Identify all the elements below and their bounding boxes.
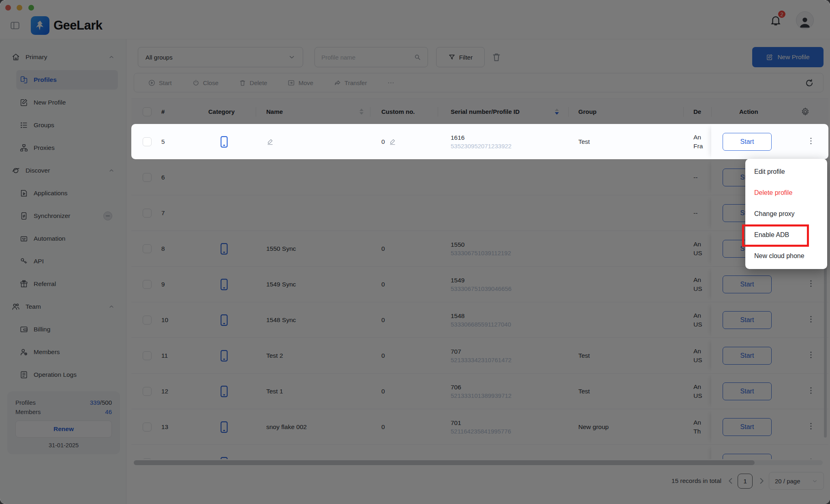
- row-more-actions-icon[interactable]: [806, 422, 815, 432]
- renew-button[interactable]: Renew: [15, 421, 112, 438]
- bulk-action-label: Move: [298, 79, 313, 86]
- start-button[interactable]: Start: [723, 382, 772, 400]
- row-more-actions-icon[interactable]: [806, 350, 815, 361]
- row-more-actions-icon[interactable]: [806, 315, 815, 325]
- row-checkbox[interactable]: [143, 137, 152, 146]
- bulk-action-move[interactable]: Move: [287, 79, 313, 87]
- column-settings-gear-icon[interactable]: [800, 107, 810, 117]
- row-checkbox[interactable]: [143, 458, 152, 459]
- column-header-group[interactable]: Group: [578, 99, 597, 124]
- next-page-icon[interactable]: [757, 476, 766, 485]
- user-avatar[interactable]: [796, 11, 814, 29]
- sidebar-item-new-profile[interactable]: New Profile: [16, 93, 118, 112]
- row-more-actions-icon[interactable]: [806, 457, 815, 459]
- column-header-name[interactable]: Name: [266, 99, 283, 124]
- start-button[interactable]: Start: [723, 133, 772, 151]
- start-button[interactable]: Start: [723, 347, 772, 365]
- profile-search-input[interactable]: Profile name: [314, 47, 428, 67]
- window-zoom-button[interactable]: [28, 5, 34, 11]
- refresh-icon[interactable]: [804, 78, 814, 88]
- category-phone-icon: [219, 278, 229, 290]
- sidebar-item-api[interactable]: API: [16, 252, 118, 271]
- start-button[interactable]: Start: [723, 454, 772, 459]
- device-info: AnUS: [693, 267, 702, 302]
- profile-name: 1549 Sync: [266, 281, 296, 288]
- serial-sort-icon[interactable]: [555, 99, 559, 124]
- select-all-checkbox[interactable]: [143, 107, 152, 116]
- menu-item-change-proxy[interactable]: Change proxy: [745, 203, 827, 224]
- sidebar-item-operation-logs[interactable]: Operation Logs: [16, 365, 118, 384]
- column-header-category[interactable]: Category: [208, 99, 235, 124]
- row-number: 9: [161, 267, 165, 302]
- row-checkbox[interactable]: [143, 387, 152, 396]
- name-sort-icon[interactable]: [359, 99, 364, 124]
- sidebar-item-members[interactable]: Members: [16, 342, 118, 362]
- bulk-action-close[interactable]: Close: [192, 79, 218, 87]
- sidebar-item-profiles[interactable]: Profiles: [16, 70, 118, 90]
- start-button[interactable]: Start: [723, 275, 772, 293]
- category-phone-icon: [219, 421, 229, 433]
- menu-item-delete-profile[interactable]: Delete profile: [745, 182, 827, 203]
- sidebar-section-team[interactable]: Team: [5, 297, 121, 316]
- column-header-num[interactable]: #: [161, 99, 165, 124]
- sidebar-section-primary[interactable]: Primary: [5, 47, 121, 67]
- prev-page-icon[interactable]: [726, 476, 735, 485]
- page-size-select[interactable]: 20 / page: [769, 472, 824, 490]
- bulk-action-more[interactable]: [387, 79, 395, 87]
- groups-icon: [19, 121, 28, 130]
- sidebar-item-label: Applications: [34, 190, 68, 197]
- row-more-actions-icon[interactable]: [806, 279, 815, 290]
- table-header: # Category Name Custom no. Serial number…: [131, 98, 828, 125]
- row-checkbox[interactable]: [143, 209, 152, 218]
- group-filter-select[interactable]: All groups: [138, 47, 303, 67]
- table-row: 101548 Sync01548533306685591127040AnUSSt…: [131, 302, 828, 338]
- device-info: AnFra: [693, 124, 703, 159]
- bulk-action-start[interactable]: Start: [148, 79, 172, 87]
- sidebar-item-proxies[interactable]: Proxies: [16, 138, 118, 158]
- notifications-button[interactable]: 2: [767, 11, 785, 29]
- column-header-serial[interactable]: Serial number/Profile ID: [451, 99, 520, 124]
- table-body: 501616535230952071233922TestAnFraStart6-…: [131, 124, 828, 459]
- current-page-button[interactable]: 1: [738, 474, 753, 489]
- row-checkbox[interactable]: [143, 316, 152, 325]
- bulk-action-delete[interactable]: Delete: [239, 79, 267, 87]
- filter-button[interactable]: Filter: [436, 47, 485, 67]
- sidebar-item-synchronizer[interactable]: Synchronizer: [16, 206, 118, 226]
- row-number: 10: [161, 302, 168, 337]
- edit-custom-no-icon[interactable]: [389, 138, 396, 145]
- row-checkbox[interactable]: [143, 173, 152, 182]
- row-more-actions-icon[interactable]: [806, 386, 815, 397]
- row-checkbox[interactable]: [143, 244, 152, 253]
- window-minimize-button[interactable]: [17, 5, 22, 11]
- column-header-custom-no[interactable]: Custom no.: [381, 99, 415, 124]
- row-more-actions-icon[interactable]: [806, 137, 815, 147]
- start-button[interactable]: Start: [723, 311, 772, 329]
- sidebar-section-discover[interactable]: Discover: [5, 161, 121, 180]
- table-row: 6--Start: [131, 160, 828, 195]
- clear-filter-icon[interactable]: [491, 52, 502, 62]
- bulk-action-transfer[interactable]: Transfer: [334, 79, 367, 87]
- sidebar-toggle-icon[interactable]: [10, 20, 20, 30]
- start-button[interactable]: Start: [723, 418, 772, 436]
- row-checkbox[interactable]: [143, 423, 152, 431]
- vertical-scrollbar[interactable]: [824, 267, 827, 438]
- edit-name-icon[interactable]: [266, 138, 274, 145]
- category-phone-icon: [219, 457, 229, 459]
- window-close-button[interactable]: [5, 5, 11, 11]
- sidebar-item-automation[interactable]: Automation: [16, 229, 118, 248]
- sidebar-item-referral[interactable]: Referral: [16, 274, 118, 294]
- column-header-device[interactable]: De: [693, 99, 701, 124]
- row-checkbox[interactable]: [143, 280, 152, 289]
- row-checkbox[interactable]: [143, 351, 152, 360]
- discover-icon: [11, 166, 20, 175]
- sidebar-item-label: Profiles: [34, 76, 57, 83]
- profiles-icon: [19, 75, 28, 84]
- new-profile-button[interactable]: New Profile: [752, 47, 824, 67]
- menu-item-new-cloud-phone[interactable]: New cloud phone: [745, 246, 827, 267]
- profiles-usage-value: 339/500: [90, 398, 112, 407]
- sidebar-item-applications[interactable]: Applications: [16, 184, 118, 203]
- horizontal-scrollbar-thumb[interactable]: [134, 460, 755, 465]
- menu-item-edit-profile[interactable]: Edit profile: [745, 161, 827, 182]
- sidebar-item-billing[interactable]: Billing: [16, 320, 118, 339]
- sidebar-item-groups[interactable]: Groups: [16, 115, 118, 135]
